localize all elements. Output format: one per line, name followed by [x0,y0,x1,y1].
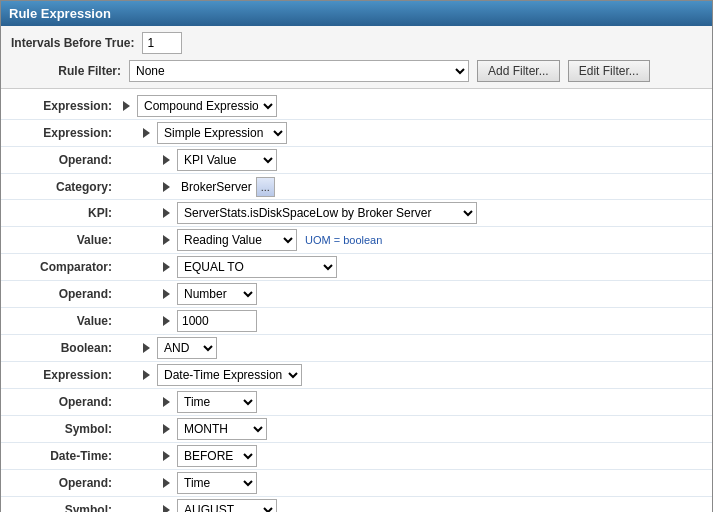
operand1-arrow[interactable] [160,155,173,165]
symbol1-row: Symbol: MONTH DAY HOUR [1,416,712,443]
value2-arrow[interactable] [160,316,173,326]
comparator-select[interactable]: EQUAL TO [177,256,337,278]
comparator-row: Comparator: EQUAL TO [1,254,712,281]
comparator-label: Comparator: [1,260,116,274]
symbol1-arrow[interactable] [160,424,173,434]
datetime-row: Date-Time: BEFORE AFTER EQUAL TO [1,443,712,470]
uom-text: UOM = boolean [305,234,382,246]
filter-label: Rule Filter: [11,64,121,78]
window-title: Rule Expression [9,6,111,21]
operand3-row: Operand: Time [1,389,712,416]
expr3-row: Expression: Date-Time Expression [1,362,712,389]
operand4-select[interactable]: Time [177,472,257,494]
value1-row: Value: Reading Value UOM = boolean [1,227,712,254]
filter-select[interactable]: None [129,60,469,82]
expr2-controls: Simple Expression [136,122,287,144]
boolean-arrow[interactable] [140,343,153,353]
expr3-select[interactable]: Date-Time Expression [157,364,302,386]
operand4-controls: Time [156,472,257,494]
value1-select[interactable]: Reading Value [177,229,297,251]
operand2-controls: Number [156,283,257,305]
datetime-select[interactable]: BEFORE AFTER EQUAL TO [177,445,257,467]
value1-label: Value: [1,233,116,247]
expr1-arrow[interactable] [120,101,133,111]
expr1-controls: Compound Expression [116,95,277,117]
symbol1-label: Symbol: [1,422,116,436]
kpi-controls: ServerStats.isDiskSpaceLow by Broker Ser… [156,202,477,224]
symbol2-row: Symbol: JANUARY FEBRUARY MARCH APRIL MAY… [1,497,712,512]
symbol2-label: Symbol: [1,503,116,512]
category-label: Category: [1,180,116,194]
symbol1-select[interactable]: MONTH DAY HOUR [177,418,267,440]
operand2-select[interactable]: Number [177,283,257,305]
intervals-label: Intervals Before True: [11,36,134,50]
expr2-select[interactable]: Simple Expression [157,122,287,144]
operand2-arrow[interactable] [160,289,173,299]
value1-arrow[interactable] [160,235,173,245]
category-browse-button[interactable]: ... [256,177,275,197]
operand2-row: Operand: Number [1,281,712,308]
expr3-label: Expression: [1,368,116,382]
symbol2-arrow[interactable] [160,505,173,512]
expr-row-compound: Expression: Compound Expression [1,93,712,120]
kpi-row: KPI: ServerStats.isDiskSpaceLow by Broke… [1,200,712,227]
kpi-arrow[interactable] [160,208,173,218]
value2-label: Value: [1,314,116,328]
operand3-label: Operand: [1,395,116,409]
intervals-row: Intervals Before True: [11,32,702,54]
edit-filter-button[interactable]: Edit Filter... [568,60,650,82]
expr1-select[interactable]: Compound Expression [137,95,277,117]
value2-controls [156,310,257,332]
value1-controls: Reading Value UOM = boolean [156,229,382,251]
expr2-label: Expression: [1,126,116,140]
datetime-controls: BEFORE AFTER EQUAL TO [156,445,257,467]
symbol2-select[interactable]: JANUARY FEBRUARY MARCH APRIL MAY JUNE JU… [177,499,277,512]
boolean-label: Boolean: [1,341,116,355]
operand3-controls: Time [156,391,257,413]
expression-content: Expression: Compound Expression Expressi… [1,89,712,512]
expr-row-simple: Expression: Simple Expression [1,120,712,147]
kpi-select[interactable]: ServerStats.isDiskSpaceLow by Broker Ser… [177,202,477,224]
expr1-label: Expression: [1,99,116,113]
kpi-label: KPI: [1,206,116,220]
operand3-arrow[interactable] [160,397,173,407]
expr2-arrow[interactable] [140,128,153,138]
category-controls: BrokerServer ... [156,177,275,197]
operand2-label: Operand: [1,287,116,301]
boolean-controls: AND OR [136,337,217,359]
datetime-label: Date-Time: [1,449,116,463]
boolean-row: Boolean: AND OR [1,335,712,362]
category-row: Category: BrokerServer ... [1,174,712,200]
operand3-select[interactable]: Time [177,391,257,413]
filter-row: Rule Filter: None Add Filter... Edit Fil… [11,60,702,82]
rule-expression-window: Rule Expression Intervals Before True: R… [0,0,713,512]
datetime-arrow[interactable] [160,451,173,461]
operand4-arrow[interactable] [160,478,173,488]
operand1-label: Operand: [1,153,116,167]
add-filter-button[interactable]: Add Filter... [477,60,560,82]
category-value: BrokerServer [181,180,252,194]
operand4-row: Operand: Time [1,470,712,497]
category-arrow[interactable] [160,182,173,192]
comparator-controls: EQUAL TO [156,256,337,278]
operand1-select[interactable]: KPI Value [177,149,277,171]
title-bar: Rule Expression [1,1,712,26]
intervals-input[interactable] [142,32,182,54]
expr3-controls: Date-Time Expression [136,364,302,386]
toolbar: Intervals Before True: Rule Filter: None… [1,26,712,89]
boolean-select[interactable]: AND OR [157,337,217,359]
operand1-row: Operand: KPI Value [1,147,712,174]
value2-row: Value: [1,308,712,335]
expr3-arrow[interactable] [140,370,153,380]
comparator-arrow[interactable] [160,262,173,272]
symbol1-controls: MONTH DAY HOUR [156,418,267,440]
operand1-controls: KPI Value [156,149,277,171]
operand4-label: Operand: [1,476,116,490]
symbol2-controls: JANUARY FEBRUARY MARCH APRIL MAY JUNE JU… [156,499,277,512]
value2-input[interactable] [177,310,257,332]
